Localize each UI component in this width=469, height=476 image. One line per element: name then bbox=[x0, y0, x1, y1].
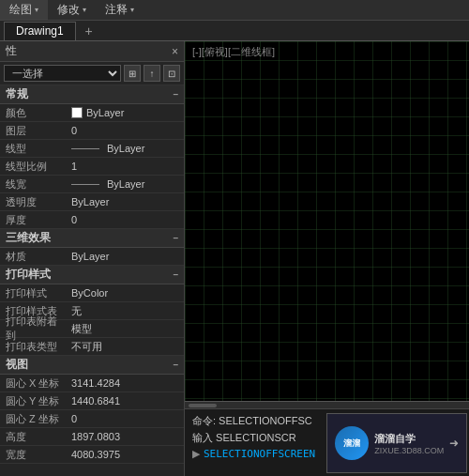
section-print-collapse: – bbox=[173, 269, 178, 280]
command-arrow-icon: ▶ bbox=[192, 448, 200, 460]
props-container: 常规 – 颜色 ByLayer 图层 0 线型 ByLayer bbox=[0, 85, 184, 476]
tab-bar: Drawing1 + bbox=[0, 21, 469, 41]
panel-title: 性 bbox=[6, 43, 17, 59]
scroll-thumb bbox=[189, 404, 217, 407]
draw-dropdown-arrow: ▾ bbox=[35, 6, 38, 14]
section-general-collapse: – bbox=[173, 89, 178, 100]
prop-transparency: 透明度 ByLayer bbox=[0, 193, 184, 211]
prop-center-y: 圆心 Y 坐标 1440.6841 bbox=[0, 392, 184, 410]
section-view[interactable]: 视图 – bbox=[0, 356, 184, 375]
command-active-line: SELECTIONOFFSCREEN bbox=[204, 448, 315, 460]
command-line-1: 命令: SELECTIONOFFSC bbox=[192, 412, 315, 429]
prop-printattach: 打印表附着到 模型 bbox=[0, 320, 184, 338]
watermark-arrow: ➜ bbox=[449, 437, 459, 450]
prop-printtype: 打印表类型 不可用 bbox=[0, 338, 184, 356]
watermark-logo: 溜溜 bbox=[335, 426, 369, 460]
prop-material: 材质 ByLayer bbox=[0, 248, 184, 266]
command-area: 命令: SELECTIONOFFSC 输入 SELECTIONSCR ▶ SEL… bbox=[185, 401, 469, 476]
prop-layer: 图层 0 bbox=[0, 122, 184, 140]
menu-modify[interactable]: 修改 ▾ bbox=[48, 0, 96, 20]
panel-header: 性 × bbox=[0, 41, 184, 62]
line-sample-linewidth bbox=[71, 184, 99, 185]
properties-panel: 性 × 一选择 ⊞ ↑ ⊡ 常规 – 颜色 ByLayer bbox=[0, 41, 185, 476]
menu-annotate[interactable]: 注释 ▾ bbox=[96, 0, 144, 20]
panel-close-button[interactable]: × bbox=[172, 45, 178, 58]
tab-add-button[interactable]: + bbox=[80, 22, 98, 40]
main-layout: 性 × 一选择 ⊞ ↑ ⊡ 常规 – 颜色 ByLayer bbox=[0, 41, 469, 476]
watermark: 溜溜 溜溜自学 ZIXUE.3D88.COM ➜ bbox=[326, 413, 467, 473]
section-3d[interactable]: 三维效果 – bbox=[0, 229, 184, 248]
object-selector[interactable]: 一选择 bbox=[4, 65, 121, 82]
prop-linescale: 线型比例 1 bbox=[0, 158, 184, 176]
prop-width: 宽度 4080.3975 bbox=[0, 446, 184, 464]
command-line-2: 输入 SELECTIONSCR bbox=[192, 429, 315, 446]
watermark-info: 溜溜自学 ZIXUE.3D88.COM bbox=[374, 432, 444, 455]
line-sample-linetype bbox=[71, 148, 99, 149]
toolbar-btn-3[interactable]: ⊡ bbox=[163, 65, 180, 82]
command-inner: 命令: SELECTIONOFFSC 输入 SELECTIONSCR ▶ SEL… bbox=[185, 409, 469, 476]
prop-linewidth: 线宽 ByLayer bbox=[0, 176, 184, 193]
canvas-area[interactable]: [-][俯视][二维线框] 命令: SELECTIONOFFSC 输入 SELE… bbox=[185, 41, 469, 476]
tab-drawing1[interactable]: Drawing1 bbox=[4, 22, 76, 40]
scroll-bar[interactable] bbox=[185, 402, 469, 409]
prop-color: 颜色 ByLayer bbox=[0, 104, 184, 122]
annotate-dropdown-arrow: ▾ bbox=[130, 6, 134, 14]
menu-draw[interactable]: 绘图 ▾ bbox=[0, 0, 48, 20]
color-swatch bbox=[71, 107, 83, 118]
command-input-row: ▶ SELECTIONOFFSCREEN bbox=[192, 448, 315, 460]
prop-center-x: 圆心 X 坐标 3141.4284 bbox=[0, 375, 184, 392]
watermark-tagline: 溜溜自学 bbox=[374, 432, 444, 446]
watermark-site: ZIXUE.3D88.COM bbox=[374, 446, 444, 455]
view-label: [-][俯视][二维线框] bbox=[192, 45, 275, 59]
command-text-container: 命令: SELECTIONOFFSC 输入 SELECTIONSCR ▶ SEL… bbox=[185, 409, 323, 476]
toolbar-btn-1[interactable]: ⊞ bbox=[124, 65, 141, 82]
section-print[interactable]: 打印样式 – bbox=[0, 266, 184, 284]
prop-thickness: 厚度 0 bbox=[0, 211, 184, 229]
prop-linetype: 线型 ByLayer bbox=[0, 140, 184, 158]
prop-printstyle: 打印样式 ByColor bbox=[0, 284, 184, 302]
section-view-collapse: – bbox=[173, 360, 178, 370]
menu-bar: 绘图 ▾ 修改 ▾ 注释 ▾ bbox=[0, 0, 469, 21]
prop-center-z: 圆心 Z 坐标 0 bbox=[0, 410, 184, 428]
prop-height: 高度 1897.0803 bbox=[0, 428, 184, 446]
modify-dropdown-arrow: ▾ bbox=[83, 6, 86, 14]
section-general[interactable]: 常规 – bbox=[0, 85, 184, 104]
section-3d-collapse: – bbox=[173, 233, 178, 243]
selector-row: 一选择 ⊞ ↑ ⊡ bbox=[0, 62, 184, 85]
toolbar-btn-2[interactable]: ↑ bbox=[144, 65, 160, 82]
